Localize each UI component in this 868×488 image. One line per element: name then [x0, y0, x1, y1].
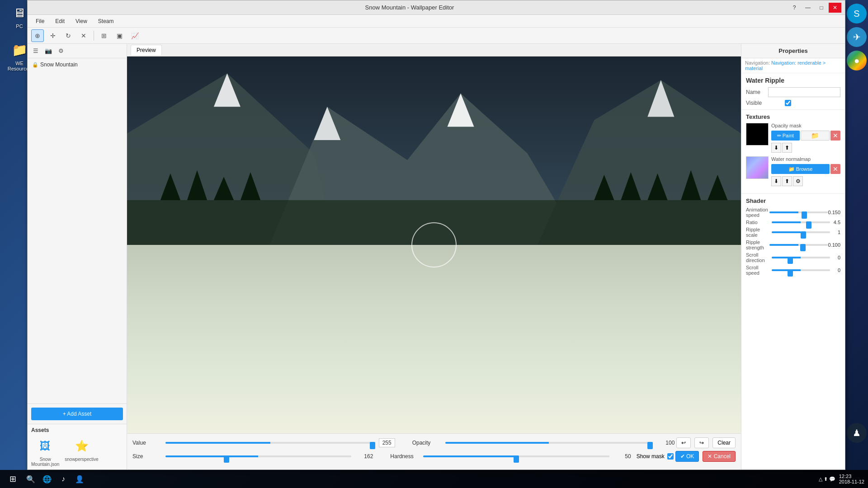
- skype-icon[interactable]: S: [847, 4, 867, 23]
- scroll-direction-slider[interactable]: [772, 257, 830, 258]
- add-asset-button[interactable]: + Add Asset: [31, 408, 123, 420]
- help-button[interactable]: ?: [788, 3, 801, 13]
- browse-button[interactable]: 📁 Browse: [771, 164, 830, 174]
- shader-ratio-label: Ratio: [746, 220, 772, 225]
- animation-speed-value: 0.150: [828, 210, 840, 215]
- sidebar-list-btn[interactable]: ☰: [30, 46, 41, 56]
- folder-button[interactable]: 📁: [801, 131, 830, 141]
- undo-button[interactable]: ↩: [676, 437, 691, 448]
- shader-ripple-strength-label: Ripple strength: [746, 239, 769, 250]
- size-row: Size 162: [132, 453, 373, 460]
- shader-title: Shader: [746, 197, 840, 204]
- animation-speed-slider[interactable]: [769, 211, 828, 213]
- brush-controls: Value 255 Opacity 100 ↩ ↪ Clear: [127, 433, 741, 469]
- name-input[interactable]: [768, 87, 840, 97]
- opacity-download-btn[interactable]: ⬆: [782, 143, 792, 153]
- ripple-strength-slider[interactable]: [769, 244, 828, 246]
- scroll-speed-slider[interactable]: [772, 269, 830, 271]
- controls-top-row: Value 255 Opacity 100 ↩ ↪ Clear: [132, 437, 736, 448]
- clear-button[interactable]: Clear: [712, 437, 736, 448]
- sidebar-item-snow-mountain[interactable]: 🔒 Snow Mountain: [29, 60, 125, 69]
- sidebar-settings-btn[interactable]: ⚙: [56, 46, 66, 56]
- mountain-background: [127, 56, 741, 433]
- lock-icon: 🔒: [32, 62, 38, 68]
- tool-refresh[interactable]: ↻: [62, 29, 75, 42]
- properties-header: Properties: [741, 44, 845, 58]
- tool-select[interactable]: ⊕: [31, 29, 44, 42]
- taskbar: ⊞ 🔍 🌐 ♪ 👤 △ ⬆ 💬 12:23 2018-11-12: [0, 470, 868, 488]
- preview-canvas[interactable]: [127, 56, 741, 433]
- menu-edit[interactable]: Edit: [51, 16, 69, 26]
- sidebar-footer: + Add Asset: [28, 404, 127, 424]
- preview-outer: Preview: [127, 44, 741, 469]
- shader-ripple-strength: Ripple strength 0.100: [746, 239, 840, 250]
- tab-preview[interactable]: Preview: [131, 45, 162, 55]
- opacity-slider[interactable]: [445, 442, 653, 444]
- taskbar-icon-browser[interactable]: 🌐: [40, 472, 54, 486]
- taskbar-icon-app[interactable]: 👤: [72, 472, 87, 486]
- taskbar-start-button[interactable]: ⊞: [4, 472, 22, 486]
- shader-ripple-scale: Ripple scale 1: [746, 227, 840, 238]
- shader-ripple-scale-label: Ripple scale: [746, 227, 772, 238]
- show-mask-row: Show mask: [637, 453, 674, 460]
- menu-steam[interactable]: Steam: [94, 16, 118, 26]
- cancel-button[interactable]: ✕ Cancel: [703, 451, 736, 462]
- chrome-icon[interactable]: ●: [847, 51, 867, 70]
- taskbar-icon-search[interactable]: 🔍: [24, 472, 38, 486]
- menu-file[interactable]: File: [31, 16, 49, 26]
- opacity-mask-controls: Opacity mask ✏ Paint 📁 ✕ ⬇ ⬆: [771, 123, 840, 153]
- redo-button[interactable]: ↪: [694, 437, 709, 448]
- visible-field: Visible: [741, 99, 845, 108]
- scroll-direction-value: 0: [830, 255, 840, 260]
- textures-title: Textures: [746, 113, 840, 120]
- taskbar-icon-music[interactable]: ♪: [56, 472, 71, 486]
- tool-chart[interactable]: 📈: [128, 29, 141, 42]
- ripple-scale-slider[interactable]: [772, 231, 830, 233]
- paint-button[interactable]: ✏ Paint: [771, 131, 800, 141]
- props-divider-1: [741, 109, 845, 110]
- minimize-button[interactable]: —: [802, 3, 814, 13]
- asset-snow-mountain-json[interactable]: 🖼 SnowMountain.json: [31, 437, 59, 467]
- value-label: Value: [132, 440, 162, 446]
- menu-view[interactable]: View: [71, 16, 92, 26]
- delete-normalmap-button[interactable]: ✕: [830, 164, 840, 174]
- ok-cancel-actions: ✔ OK ✕ Cancel: [675, 451, 736, 462]
- telegram-icon[interactable]: ✈: [847, 27, 867, 47]
- ok-button[interactable]: ✔ OK: [675, 451, 699, 462]
- hardness-slider[interactable]: [423, 455, 609, 457]
- tool-grid[interactable]: ⊞: [98, 29, 110, 42]
- ratio-slider[interactable]: [772, 221, 830, 223]
- scroll-speed-value: 0: [830, 267, 840, 273]
- tree-item-label: Snow Mountain: [40, 61, 78, 68]
- maximize-button[interactable]: □: [815, 3, 828, 13]
- normalmap-upload-btn[interactable]: ⬇: [771, 176, 781, 186]
- size-value: 162: [355, 453, 373, 460]
- steam-icon[interactable]: ♟: [847, 423, 867, 443]
- water-normalmap-btn-row: 📁 Browse ✕: [771, 164, 840, 174]
- show-mask-checkbox[interactable]: [667, 453, 674, 460]
- water-normalmap-row: Water normalmap 📁 Browse ✕ ⬇ ⬆ ⚙: [746, 156, 840, 186]
- tool-close[interactable]: ✕: [77, 29, 90, 42]
- shader-scroll-speed: Scroll speed 0: [746, 265, 840, 276]
- assets-grid: 🖼 SnowMountain.json ⭐ snowperspective: [31, 437, 123, 467]
- visible-checkbox[interactable]: [785, 100, 791, 106]
- asset-snowperspective[interactable]: ⭐ snowperspective: [65, 437, 98, 467]
- visible-label: Visible: [746, 100, 782, 106]
- value-slider[interactable]: [165, 442, 375, 444]
- name-field: Name: [741, 86, 845, 99]
- controls-bottom-row: Size 162 Hardness 50 Show mask: [132, 451, 736, 462]
- size-slider[interactable]: [165, 455, 351, 457]
- tool-frame[interactable]: ▣: [113, 29, 126, 42]
- name-label: Name: [746, 89, 765, 95]
- sidebar-camera-btn[interactable]: 📷: [43, 46, 54, 56]
- tool-move[interactable]: ✛: [47, 29, 59, 42]
- shader-scroll-speed-label: Scroll speed: [746, 265, 772, 276]
- delete-opacity-button[interactable]: ✕: [830, 131, 840, 141]
- pc-icon: 🖥: [10, 4, 28, 22]
- assets-section: Assets 🖼 SnowMountain.json ⭐ snowperspec…: [28, 424, 127, 469]
- time-display: 12:23: [839, 474, 864, 479]
- opacity-upload-btn[interactable]: ⬇: [771, 143, 781, 153]
- close-button[interactable]: ✕: [829, 3, 841, 13]
- normalmap-settings-btn[interactable]: ⚙: [793, 176, 803, 186]
- normalmap-download-btn[interactable]: ⬆: [782, 176, 792, 186]
